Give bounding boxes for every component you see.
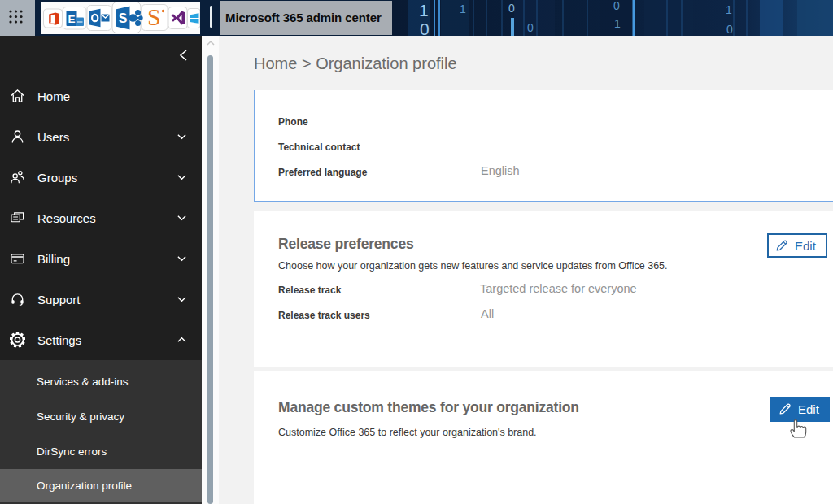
- svg-text:S: S: [119, 11, 128, 25]
- svg-text:0: 0: [527, 21, 534, 34]
- svg-text:0: 0: [726, 23, 733, 36]
- svg-text:1: 1: [726, 3, 732, 16]
- svg-text:E: E: [68, 13, 76, 25]
- svg-text:1: 1: [419, 1, 429, 20]
- svg-text:1: 1: [614, 17, 621, 30]
- svg-text:0: 0: [508, 2, 515, 15]
- svg-text:0: 0: [613, 0, 620, 12]
- svg-text:0: 0: [420, 20, 430, 36]
- svg-text:S: S: [147, 3, 161, 30]
- svg-text:1: 1: [460, 2, 466, 15]
